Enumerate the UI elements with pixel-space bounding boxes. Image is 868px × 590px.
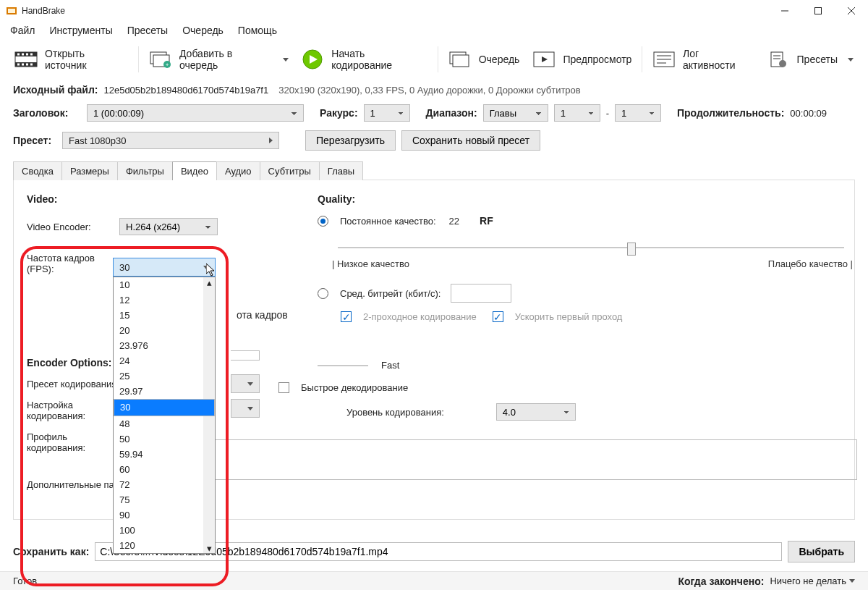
extra-options-textarea[interactable]: [187, 439, 857, 480]
browse-button[interactable]: Выбрать: [788, 541, 855, 562]
svg-rect-14: [22, 64, 24, 66]
tab-dimensions[interactable]: Размеры: [61, 161, 118, 180]
queue-icon: [448, 51, 472, 68]
svg-rect-9: [17, 54, 20, 56]
tab-summary[interactable]: Сводка: [13, 161, 62, 180]
log-icon: [652, 51, 676, 68]
avg-bitrate-input[interactable]: [451, 284, 511, 303]
video-encoder-select[interactable]: H.264 (x264): [119, 218, 218, 235]
avg-bitrate-radio[interactable]: [318, 288, 328, 299]
toolbar-add-queue[interactable]: + Добавить в очередь: [143, 43, 294, 75]
play-icon: [302, 51, 325, 68]
encoder-level-select[interactable]: 4.0: [496, 403, 576, 421]
encoder-tune-select[interactable]: [231, 374, 260, 393]
range-type-select[interactable]: Главы: [483, 104, 548, 122]
fps-option[interactable]: 120: [114, 538, 215, 553]
minimize-button[interactable]: [768, 0, 801, 22]
fps-option[interactable]: 75: [114, 492, 215, 507]
menu-tools[interactable]: Инструменты: [43, 22, 118, 39]
fps-option[interactable]: 50: [114, 431, 215, 447]
encoder-level-label: Уровень кодирования:: [346, 407, 444, 418]
menu-queue[interactable]: Очередь: [176, 22, 229, 39]
fps-option[interactable]: 60: [114, 462, 215, 477]
fps-option[interactable]: 90: [114, 507, 215, 523]
fps-option[interactable]: 72: [114, 477, 215, 492]
close-button[interactable]: [835, 0, 868, 22]
toolbar-start-encode[interactable]: Начать кодирование: [296, 43, 433, 75]
toolbar-presets[interactable]: Пресеты: [761, 46, 859, 72]
toolbar-preview[interactable]: Предпросмотр: [527, 46, 637, 72]
fast-decode-checkbox[interactable]: [278, 382, 289, 393]
two-pass-label: 2-проходное кодирование: [363, 311, 477, 322]
fps-option[interactable]: 10: [114, 277, 215, 292]
range-from-select[interactable]: 1: [554, 104, 600, 122]
scroll-up-icon[interactable]: ▴: [203, 277, 215, 287]
encoder-profile-select[interactable]: [231, 399, 260, 418]
tab-subtitles[interactable]: Субтитры: [260, 161, 320, 180]
title-select[interactable]: 1 (00:00:09): [87, 104, 304, 122]
tab-video[interactable]: Видео: [172, 161, 217, 180]
svg-marker-26: [542, 56, 548, 62]
fps-select[interactable]: 30: [113, 258, 216, 277]
encoder-preset-slider-fragment[interactable]: [318, 361, 368, 371]
fps-option[interactable]: 20: [114, 323, 215, 338]
fps-option[interactable]: 100: [114, 523, 215, 538]
duration-value: 00:00:09: [790, 108, 827, 119]
toolbar-separator: [438, 46, 438, 72]
maximize-button[interactable]: [801, 0, 835, 22]
angle-select[interactable]: 1: [364, 104, 410, 122]
status-ready: Готов: [13, 576, 37, 586]
chevron-down-icon: [848, 58, 854, 62]
chevron-down-icon: [283, 58, 289, 62]
menu-file[interactable]: Файл: [4, 22, 41, 39]
toolbar-activity-log[interactable]: Лог активности: [647, 43, 759, 75]
svg-rect-24: [453, 55, 469, 67]
constant-quality-unit: RF: [480, 215, 493, 227]
fps-option[interactable]: 29.97: [114, 384, 215, 399]
svg-rect-3: [815, 8, 822, 14]
fps-option[interactable]: 12: [114, 292, 215, 308]
turbo-first-pass-checkbox[interactable]: [493, 311, 503, 322]
range-label: Диапазон:: [426, 107, 477, 119]
constant-quality-radio[interactable]: [318, 216, 328, 227]
menu-presets[interactable]: Пресеты: [122, 22, 174, 39]
range-to-select[interactable]: 1: [615, 104, 661, 122]
reload-preset-button[interactable]: Перезагрузить: [305, 130, 396, 151]
app-icon: [6, 5, 17, 17]
source-file-name: 12e5d05b2b189480d6170d574b19a7f1: [103, 85, 268, 96]
when-done-value: Ничего не делать: [770, 576, 846, 586]
svg-rect-13: [17, 64, 20, 66]
fps-label: Частота кадров (FPS):: [27, 253, 114, 274]
fps-option[interactable]: 23.976: [114, 338, 215, 353]
fps-option[interactable]: 48: [114, 416, 215, 431]
tab-filters[interactable]: Фильтры: [117, 161, 173, 180]
preset-select[interactable]: Fast 1080p30: [62, 132, 279, 149]
encoder-preset-value: Fast: [381, 360, 399, 371]
avg-bitrate-label: Сред. битрейт (кбит/с):: [340, 288, 441, 299]
when-done-label: Когда закончено:: [678, 576, 764, 587]
fps-option[interactable]: 25: [114, 368, 215, 384]
fps-dropdown-menu[interactable]: ▴ ▾ 1012152023.976242529.9730485059.9460…: [113, 277, 216, 554]
scroll-down-icon[interactable]: ▾: [203, 543, 215, 553]
toolbar-separator: [642, 46, 642, 72]
tab-chapters[interactable]: Главы: [319, 161, 363, 180]
tab-audio[interactable]: Аудио: [216, 161, 260, 180]
fps-option[interactable]: 24: [114, 353, 215, 368]
low-quality-label: | Низкое качество: [332, 258, 409, 269]
menu-help[interactable]: Помощь: [232, 22, 283, 39]
svg-rect-15: [26, 64, 28, 66]
two-pass-checkbox[interactable]: [341, 311, 352, 322]
duration-label: Продолжительность:: [677, 107, 784, 119]
toolbar-queue[interactable]: Очередь: [443, 46, 526, 72]
svg-rect-1: [8, 9, 15, 13]
chevron-down-icon[interactable]: [849, 579, 855, 583]
save-new-preset-button[interactable]: Сохранить новый пресет: [401, 130, 540, 151]
video-encoder-label: Video Encoder:: [27, 222, 114, 232]
toolbar-open-source[interactable]: Открыть источник: [9, 43, 134, 75]
fps-option[interactable]: 30: [114, 399, 215, 416]
quality-slider[interactable]: [338, 243, 844, 253]
fast-decode-label: Быстрое декодирование: [301, 382, 408, 393]
fps-option[interactable]: 59.94: [114, 447, 215, 462]
fps-option[interactable]: 15: [114, 308, 215, 323]
encoder-preset-slider-right-edge: [231, 350, 260, 361]
